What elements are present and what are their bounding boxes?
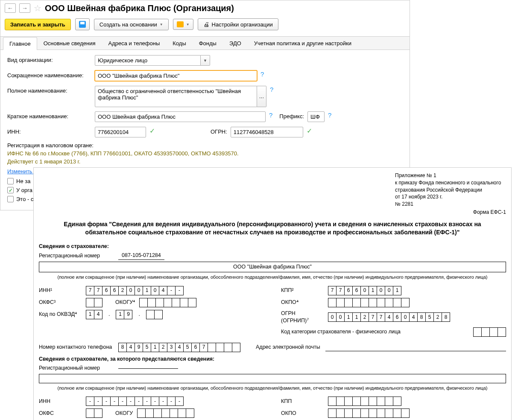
create-based-label: Создать на основании — [100, 21, 157, 28]
okogu2-boxes — [137, 408, 194, 418]
tab-edo[interactable]: ЭДО — [223, 37, 248, 50]
check-icon: ✓ — [307, 127, 312, 135]
chevron-down-icon: ▼ — [160, 23, 163, 26]
tab-policy[interactable]: Учетная политика и другие настройки — [248, 37, 358, 50]
tab-codes[interactable]: Коды — [166, 37, 192, 50]
efs1-document: Приложение № 1 к приказу Фонда пенсионно… — [33, 167, 512, 420]
folder-button[interactable]: ▼ — [173, 19, 193, 30]
star-icon[interactable]: ☆ — [34, 3, 41, 13]
folder-icon — [177, 21, 184, 27]
reg-num2-label: Регистрационный номер — [39, 365, 116, 372]
org-settings-button[interactable]: Настройки организации — [198, 18, 278, 30]
tab-funds[interactable]: Фонды — [193, 37, 223, 50]
org-name-box-2 — [39, 374, 506, 383]
org-type-dropdown[interactable]: ▼ — [201, 55, 210, 66]
prefix-label: Префикс: — [279, 111, 304, 120]
okpo-label: ОКПО⁴ — [281, 299, 324, 306]
checkbox-2[interactable] — [7, 187, 14, 193]
tab-main[interactable]: Главное — [3, 37, 37, 50]
chevron-down-icon: ▼ — [186, 23, 190, 26]
okved-boxes-1: 14 — [86, 310, 102, 319]
ogrn-doc-label: ОГРН (ОГРНИП)⁷ — [281, 310, 324, 325]
full-name-input[interactable]: Общество с ограниченной ответственностью… — [95, 86, 257, 107]
cb2-label: У орга — [16, 187, 32, 193]
tax-info-1: ИФНС № 66 по г.Москве (7766), КПП 776601… — [7, 150, 403, 157]
section2-header: Сведения о страхователе, за которого пре… — [39, 356, 506, 363]
inn-input[interactable] — [95, 127, 146, 137]
cat-boxes — [473, 327, 506, 337]
checkbox-3[interactable] — [7, 196, 14, 202]
okpo2-label: ОКПО — [281, 410, 324, 417]
okpo-boxes — [328, 298, 410, 307]
reg-num-value: 087-105-071284 — [118, 252, 164, 260]
org-name-box: ООО "Швейная фабрика Плюс" — [39, 262, 506, 273]
short-name-label: Сокращенное наименование: — [7, 70, 95, 79]
checkbox-1[interactable] — [7, 178, 14, 184]
appendix-text: Приложение № 1 к приказу Фонда пенсионно… — [395, 172, 506, 208]
inn2-label: ИНН — [39, 398, 82, 405]
save-icon — [79, 21, 86, 28]
email-underline — [325, 344, 506, 351]
check-icon: ✓ — [149, 127, 155, 135]
doc-title: Единая форма "Сведения для ведения индив… — [56, 220, 489, 237]
page-title: ООО Швейная фабрика Плюс (Организация) — [45, 3, 234, 13]
help-icon[interactable]: ? — [328, 111, 331, 119]
kpp-boxes: 776601001 — [328, 286, 401, 295]
title-bar: ← → ☆ ООО Швейная фабрика Плюс (Организа… — [0, 0, 410, 16]
help-icon[interactable]: ? — [260, 70, 264, 78]
create-based-button[interactable]: Создать на основании▼ — [94, 19, 169, 30]
okfs-label: ОКФС³ — [39, 299, 82, 306]
form-code: Форма ЕФС-1 — [39, 209, 506, 216]
cb3-label: Это - с — [16, 196, 33, 202]
print-icon — [203, 21, 209, 28]
okogu-boxes — [139, 298, 196, 307]
org-type-input[interactable] — [95, 55, 201, 66]
tax-reg-header: Регистрация в налоговом органе: — [7, 142, 403, 149]
okogu2-label: ОКОГУ — [115, 410, 133, 417]
back-button[interactable]: ← — [5, 3, 16, 13]
org-type-label: Вид организации: — [7, 55, 95, 63]
help-icon[interactable]: ? — [270, 86, 273, 93]
inn-label: ИНН: — [7, 127, 95, 135]
inn2-boxes: ------------ — [86, 397, 184, 406]
brief-name-input[interactable] — [95, 111, 266, 122]
okogu-label: ОКОГУ⁴ — [115, 299, 135, 306]
okfs-boxes — [86, 298, 102, 307]
section1-header: Сведения о страхователе: — [39, 243, 506, 251]
ogrn-input[interactable] — [231, 127, 303, 137]
kpp2-label: КПП — [281, 398, 324, 405]
email-label: Адрес электронной почты — [256, 344, 320, 351]
org-settings-label: Настройки организации — [212, 21, 273, 28]
doc-inn-label: ИНН¹ — [39, 287, 82, 295]
full-name-expand[interactable]: … — [257, 86, 266, 107]
full-name-label: Полное наименование: — [7, 86, 95, 94]
okved-boxes-2: 19 — [116, 310, 132, 319]
kpp-label: КПП² — [281, 287, 324, 295]
prefix-input[interactable] — [307, 111, 325, 122]
toolbar: Записать и закрыть Создать на основании▼… — [0, 16, 410, 33]
ogrn-label: ОГРН: — [211, 127, 227, 135]
short-name-input[interactable] — [95, 70, 257, 81]
phone-label: Номер контактного телефона — [39, 344, 116, 351]
name-note: (полное или сокращенное (при наличии) на… — [39, 274, 506, 280]
tab-address[interactable]: Адреса и телефоны — [102, 37, 166, 50]
okfs2-boxes — [86, 408, 102, 418]
ogrn-boxes: 001127746048528 — [328, 312, 450, 322]
okved-label: Код по ОКВЭД⁴ — [39, 311, 82, 318]
forward-button[interactable]: → — [19, 3, 30, 13]
reg-num2-value — [118, 368, 178, 369]
cat-label: Код категории страхователя - физического… — [281, 328, 401, 336]
save-button[interactable] — [75, 18, 90, 30]
cb1-label: Не за — [16, 178, 30, 184]
tab-general[interactable]: Основные сведения — [37, 37, 102, 50]
okpo2-boxes — [328, 408, 410, 418]
tax-info-2: Действует с 1 января 2013 г. — [7, 158, 403, 165]
okfs2-label: ОКФС — [39, 410, 82, 417]
tabs: Главное Основные сведения Адреса и телеф… — [0, 36, 410, 50]
name-note-2: (полное или сокращенное (при наличии) на… — [39, 385, 506, 391]
save-close-button[interactable]: Записать и закрыть — [5, 19, 71, 30]
inn-boxes: 7766200104-- — [86, 286, 184, 295]
help-icon[interactable]: ? — [269, 111, 272, 119]
okved-boxes-3 — [146, 310, 163, 319]
phone-boxes: 84951234567 — [118, 343, 240, 352]
